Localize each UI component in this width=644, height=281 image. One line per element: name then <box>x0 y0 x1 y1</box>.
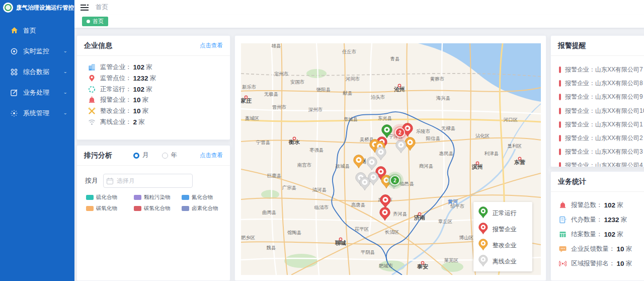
sidebar: 废气治理设施运行管控 首页实时监控⌄综合数据⌄业务处理⌄系统管理⌄ <box>0 0 74 281</box>
tab-home-label: 首页 <box>93 18 104 25</box>
map-label-晋州市: 晋州市 <box>272 104 287 110</box>
map-label-新乐市: 新乐市 <box>242 84 257 90</box>
sidebar-item-实时监控[interactable]: 实时监控⌄ <box>0 41 74 61</box>
map-label-雄县: 雄县 <box>271 43 281 48</box>
radio-月[interactable]: 月 <box>133 151 149 160</box>
pollution-view-link[interactable]: 点击查看 <box>200 152 223 159</box>
legend-item-碳氧化物[interactable]: 碳氧化物 <box>86 205 134 212</box>
cluster-count: 2 <box>393 178 396 183</box>
red-pin-icon <box>478 223 488 236</box>
gray-pin-icon <box>478 255 488 268</box>
alarm-bar-icon <box>559 135 561 142</box>
map-legend-item-整改企业: 整改企业 <box>473 237 532 253</box>
map-label-黄骅市: 黄骅市 <box>430 76 445 82</box>
legend-label: 碳氢化合物 <box>144 205 171 212</box>
map-label-曲周县: 曲周县 <box>262 209 277 215</box>
home-icon <box>10 27 18 35</box>
stat-unit: 家 <box>138 118 145 126</box>
sidebar-item-系统管理[interactable]: 系统管理⌄ <box>0 103 74 123</box>
map-label-河间市: 河间市 <box>345 76 360 82</box>
stat-label: 报警企业： <box>100 96 132 104</box>
month-picker[interactable] <box>103 174 193 188</box>
yellow-pin-icon <box>478 239 488 252</box>
alarm-list-item[interactable]: 报警企业：山东XX有限公司3 <box>559 145 644 159</box>
pollution-analysis-card: 排污分析 月年 点击查看 按月 硫化合物颗粒污染物氮化合物碳氧化物碳氢化合物卤素… <box>76 145 230 281</box>
map-label-定州市: 定州市 <box>274 71 289 77</box>
stat-unit: 家 <box>142 96 149 104</box>
radio-label: 年 <box>171 151 178 160</box>
stat-unit: 家 <box>150 74 156 83</box>
enterprise-stat-row: 监管企业：102家 <box>88 62 230 73</box>
radio-label: 月 <box>142 151 149 160</box>
map-label-聊城: 聊城 <box>335 240 346 246</box>
chevron-down-icon: ⌄ <box>63 111 67 115</box>
legend-item-氮化合物[interactable]: 氮化合物 <box>182 194 229 201</box>
month-filter-row: 按月 <box>77 166 230 188</box>
stat-value: 102 <box>604 231 616 238</box>
map-label-无极县: 无极县 <box>264 91 279 97</box>
sidebar-item-首页[interactable]: 首页 <box>0 20 74 41</box>
running-icon <box>88 86 96 93</box>
map-label-南宫市: 南宫市 <box>297 162 312 168</box>
map-label-长清区: 长清区 <box>385 229 399 235</box>
edit-icon <box>10 89 18 97</box>
sidebar-item-综合数据[interactable]: 综合数据⌄ <box>0 61 74 82</box>
business-stat-row: 报警总数：102家 <box>559 198 644 213</box>
map-label-沧州: 沧州 <box>393 86 405 92</box>
stat-label: 结案数量： <box>571 230 603 239</box>
stat-label: 报警总数： <box>571 201 603 209</box>
alarm-icon <box>559 201 567 209</box>
enterprise-info-card: 企业信息 点击查看 监管企业：102家监管点位：1232家正常运行：102家报警… <box>76 35 230 140</box>
map-legend-item-报警企业: 报警企业 <box>473 221 532 237</box>
legend-item-卤素化合物[interactable]: 卤素化合物 <box>182 205 229 212</box>
alarm-list-item[interactable]: 报警企业：山东XX有限公司2 <box>559 131 644 145</box>
sidebar-item-label: 首页 <box>23 26 67 35</box>
enterprise-stat-row: 监管点位：1232家 <box>88 73 230 84</box>
alarm-bar-icon <box>559 94 561 100</box>
legend-item-碳氢化合物[interactable]: 碳氢化合物 <box>134 205 182 212</box>
map-label-河口区: 河口区 <box>503 117 518 122</box>
month-picker-input[interactable] <box>103 174 193 188</box>
alarm-bar-icon <box>559 108 561 114</box>
app-title: 废气治理设施运行管控 <box>16 4 74 12</box>
stat-value: 10 <box>617 260 624 267</box>
alarm-bar-icon <box>559 66 561 73</box>
business-stats-rows: 报警总数：102家代办数量：1232家结案数量：102家企业反馈数量：10家区域… <box>551 192 644 271</box>
map-card: 黄河雄县任丘市青县定州市安国市河间市黄骅市新乐市无极县饶阳县献县海兴县晋州市深州… <box>234 35 546 281</box>
map-label-藁城区: 藁城区 <box>245 115 260 121</box>
radio-年[interactable]: 年 <box>162 151 178 160</box>
sidebar-collapse-icon[interactable] <box>80 4 89 11</box>
legend-item-颗粒污染物[interactable]: 颗粒污染物 <box>134 194 182 201</box>
legend-swatch <box>86 195 94 200</box>
chevron-down-icon: ⌄ <box>63 49 67 53</box>
alarm-list-item[interactable]: 报警企业：山东XX有限公司1 <box>559 118 644 131</box>
map-label-清河县: 清河县 <box>312 187 327 192</box>
alarm-list-item[interactable]: 报警企业：山东XX有限公司4 <box>559 159 644 167</box>
breadcrumb[interactable]: 首页 <box>96 3 108 12</box>
enterprise-stat-row: 整改企业：10家 <box>88 106 230 117</box>
sidebar-item-label: 业务处理 <box>23 88 63 97</box>
stat-unit: 家 <box>146 85 152 94</box>
sidebar-item-业务处理[interactable]: 业务处理⌄ <box>0 82 74 103</box>
map-label-茌平区: 茌平区 <box>355 226 369 232</box>
legend-item-硫化合物[interactable]: 硫化合物 <box>86 194 134 201</box>
alarm-list-item[interactable]: 报警企业：山东XX有限公司8 <box>559 77 644 90</box>
period-radio-group: 月年 <box>133 151 177 160</box>
enterprise-stat-row: 报警企业：10家 <box>88 95 230 106</box>
map-label-邹平市: 邹平市 <box>450 203 465 209</box>
map-label-阳信县: 阳信县 <box>426 135 441 141</box>
map-label-章丘区: 章丘区 <box>438 219 453 224</box>
stat-label: 代办数量： <box>571 216 603 224</box>
tab-home[interactable]: 首页 <box>82 17 108 26</box>
stat-unit: 家 <box>617 230 623 239</box>
alarm-list-item[interactable]: 报警企业：山东XX有限公司10 <box>559 104 644 118</box>
alarm-list-item[interactable]: 报警企业：山东XX有限公司9 <box>559 90 644 104</box>
app-logo-icon <box>3 3 13 13</box>
legend-swatch <box>182 195 189 200</box>
map-legend-label: 离线企业 <box>493 257 517 266</box>
alarm-list-item[interactable]: 报警企业：山东XX有限公司7 <box>559 63 644 77</box>
map-label-沾化区: 沾化区 <box>475 133 490 138</box>
alarm-bar-icon <box>559 162 561 167</box>
stat-value: 1232 <box>604 216 619 224</box>
enterprise-info-view-link[interactable]: 点击查看 <box>200 42 223 49</box>
